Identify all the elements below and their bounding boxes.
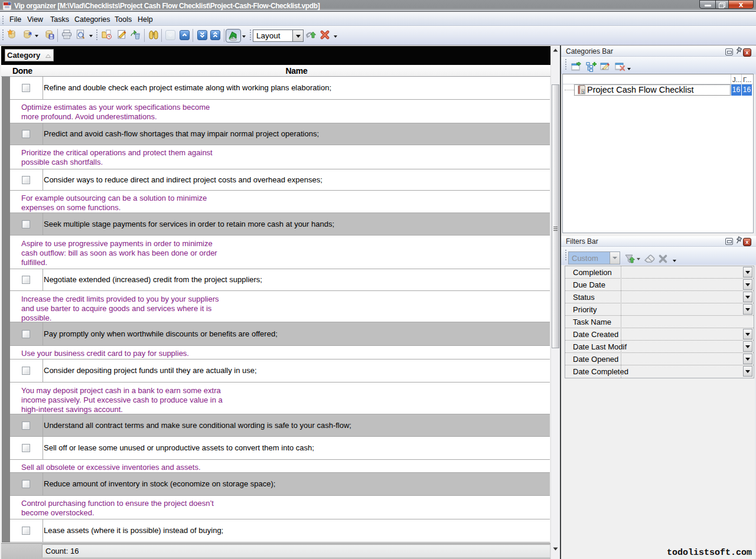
svg-text:5: 5: [582, 90, 584, 94]
